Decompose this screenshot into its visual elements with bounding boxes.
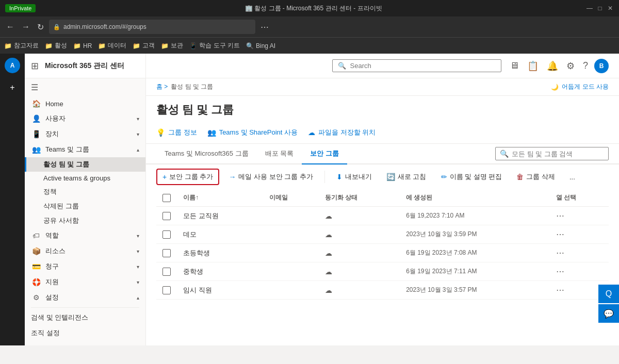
row-checkbox[interactable]: [162, 212, 171, 220]
gear-icon[interactable]: ⚙: [564, 58, 577, 74]
select-all-checkbox[interactable]: [162, 194, 171, 202]
tab-search-input[interactable]: [512, 150, 594, 158]
add-mail-security-group-button[interactable]: → 메일 사용 보안 그룹 추가: [223, 170, 318, 184]
row-checkbox[interactable]: [162, 249, 171, 257]
active-teams-label: 활성 팀 및 그룹: [43, 160, 89, 169]
row-menu[interactable]: ⋯: [550, 207, 609, 225]
page-header: 활성 팀 및 그룹: [146, 96, 619, 122]
bulb-icon: 💡: [156, 128, 165, 137]
bell-icon[interactable]: 🔔: [545, 58, 560, 74]
bookmark-data[interactable]: 📁 데이터: [98, 41, 126, 50]
col-sync[interactable]: 동기화 상태: [319, 189, 400, 207]
col-name[interactable]: 이름↑: [177, 189, 263, 207]
main-content: 🔍 🖥 📋 🔔 ⚙ ? B 홈 > 활성 팀 및 그룹: [146, 54, 619, 345]
tab-security-groups[interactable]: 보안 그룹: [302, 144, 347, 164]
info-tab-file-location[interactable]: ☁ 파일을 저장할 위치: [308, 126, 376, 139]
col-select[interactable]: 열 선택: [550, 189, 609, 207]
bookmark-archive[interactable]: 📁 보관: [161, 41, 183, 50]
sidebar-item-m365-backup[interactable]: Microsoft 365 백업: [25, 341, 145, 345]
more-icon: ...: [569, 173, 575, 181]
chevron-down-icon: ▾: [137, 249, 139, 254]
row-menu[interactable]: ⋯: [550, 225, 609, 244]
tab-teams-m365[interactable]: Teams 및 Microsoft365 그룹: [156, 144, 257, 164]
app-search-input[interactable]: [350, 62, 496, 70]
bookmark-bing[interactable]: 🔍 Bing AI: [246, 42, 275, 49]
bookmark-learning[interactable]: 📱 학습 도구 키트: [189, 41, 240, 50]
sidebar-item-users[interactable]: 👤 사용자 ▾: [25, 111, 145, 126]
sidebar-item-billing[interactable]: 💳 청구 ▾: [25, 259, 145, 274]
close-button[interactable]: ✕: [607, 5, 614, 12]
export-button[interactable]: ⬇ 내보내기: [331, 170, 377, 184]
sidebar-item-teams-groups[interactable]: 👥 Teams 및 그룹 ▴: [25, 142, 145, 157]
delete-button[interactable]: 🗑 그룹 삭제: [511, 170, 560, 184]
folder-icon: 📁: [73, 42, 81, 49]
sidebar-divider: [31, 307, 139, 308]
edit-button[interactable]: ✏ 이름 및 설명 편집: [436, 170, 508, 184]
rail-avatar[interactable]: A: [5, 58, 20, 73]
data-table: 이름↑ 이메일 동기화 상태 에 생성된 열 선택 모든 교직원 ☁ 6월 19…: [156, 189, 609, 300]
sidebar-group-item-policy[interactable]: 정책: [25, 185, 145, 199]
hamburger-menu[interactable]: ☰: [31, 82, 38, 92]
row-checkbox[interactable]: [162, 268, 171, 276]
bookmark-활성[interactable]: 📁 활성: [45, 41, 67, 50]
tab-distribution[interactable]: 배포 목록: [257, 144, 302, 164]
bookmark-customer[interactable]: 📁 고객: [133, 41, 155, 50]
monitor-icon[interactable]: 🖥: [508, 58, 521, 73]
sidebar-item-resources[interactable]: 📦 리소스 ▾: [25, 243, 145, 259]
table-row[interactable]: 임시 직원 ☁ 2023년 10월 3일 3:57 PM ⋯: [156, 281, 609, 300]
delete-icon: 🗑: [516, 173, 524, 181]
maximize-button[interactable]: □: [596, 5, 604, 12]
sidebar-group-item-deleted[interactable]: 삭제된 그룹: [25, 199, 145, 213]
sidebar-group-item-shared-mailbox[interactable]: 공유 사서함: [25, 213, 145, 228]
table-row[interactable]: 모든 교직원 ☁ 6월 19,2023 7:10 AM ⋯: [156, 207, 609, 225]
info-tab-teams-sharepoint[interactable]: 👥 Teams 및 SharePoint 사용: [207, 126, 298, 139]
row-checkbox[interactable]: [162, 286, 171, 294]
browser-settings-button[interactable]: ⋯: [258, 20, 271, 34]
row-menu[interactable]: ⋯: [550, 244, 609, 262]
more-button[interactable]: ...: [564, 171, 580, 184]
refresh-nav-button[interactable]: ↻: [35, 20, 46, 34]
col-created[interactable]: 에 생성된: [400, 189, 550, 207]
resources-icon: 📦: [31, 247, 41, 255]
sidebar-item-home[interactable]: 🏠 Home: [25, 96, 145, 111]
col-email[interactable]: 이메일: [263, 189, 319, 207]
dark-mode-toggle[interactable]: 🌙 어둡게 모드 사용: [551, 82, 609, 91]
sidebar-item-org-settings[interactable]: 조직 설정: [25, 325, 145, 341]
feedback-button[interactable]: Q: [598, 285, 619, 303]
help-icon[interactable]: ?: [581, 58, 590, 73]
forward-button[interactable]: →: [20, 20, 32, 34]
sidebar-item-roles[interactable]: 🏷 역할 ▾: [25, 228, 145, 243]
add-rail-button[interactable]: +: [4, 79, 21, 96]
bm-label: 참고자료: [14, 41, 39, 50]
minimize-button[interactable]: —: [586, 5, 593, 12]
address-bar[interactable]: 🔒 admin.microsoft.com/#/groups: [49, 20, 255, 34]
back-button[interactable]: ←: [4, 20, 17, 34]
info-tab-group-info[interactable]: 💡 그룹 정보: [156, 126, 197, 139]
bookmark-hr[interactable]: 📁 HR: [73, 42, 92, 49]
bookmark-bar: 📁 참고자료 📁 활성 📁 HR 📁 데이터 📁 고객 📁 보관 📱 학습 도구…: [0, 37, 619, 54]
breadcrumb: 홈 > 활성 팀 및 그룹 🌙 어둡게 모드 사용: [146, 78, 619, 96]
sidebar-item-devices[interactable]: 📱 장치 ▾: [25, 126, 145, 142]
sidebar-item-settings[interactable]: ⚙ 설정 ▴: [25, 290, 145, 305]
row-menu[interactable]: ⋯: [550, 262, 609, 281]
clipboard-icon[interactable]: 📋: [525, 58, 541, 74]
tab-search[interactable]: 🔍: [495, 147, 609, 160]
add-security-group-button[interactable]: + 보안 그룹 추가: [156, 169, 219, 185]
refresh-button[interactable]: 🔄 새로 고침: [381, 170, 432, 184]
table-row[interactable]: 중학생 ☁ 6월 19일 2023년 7:11 AM ⋯: [156, 262, 609, 281]
sidebar-item-support[interactable]: 🛟 지원 ▾: [25, 274, 145, 290]
sidebar-group-item-active-teams[interactable]: 활성 팀 및 그룹: [25, 157, 145, 172]
table-row[interactable]: 데모 ☁ 2023년 10월 3일 3:59 PM ⋯: [156, 225, 609, 244]
user-avatar[interactable]: B: [594, 59, 609, 73]
breadcrumb-home[interactable]: 홈 >: [156, 82, 168, 91]
app-search-bar[interactable]: 🔍: [332, 59, 502, 72]
sidebar-item-search-intelligence[interactable]: 검색 및 인텔리전스: [25, 310, 145, 325]
sidebar-group-item-active-en[interactable]: Active teams & groups: [25, 172, 145, 185]
table-row[interactable]: 초등학생 ☁ 6월 19일 2023년 7:08 AM ⋯: [156, 244, 609, 262]
row-name: 초등학생: [177, 244, 263, 262]
row-checkbox[interactable]: [162, 230, 171, 239]
bookmark-참고자료[interactable]: 📁 참고자료: [4, 41, 39, 50]
grid-icon[interactable]: ⊞: [31, 60, 39, 72]
chat-button[interactable]: 💬: [598, 304, 619, 323]
download-icon: ⬇: [336, 173, 343, 181]
